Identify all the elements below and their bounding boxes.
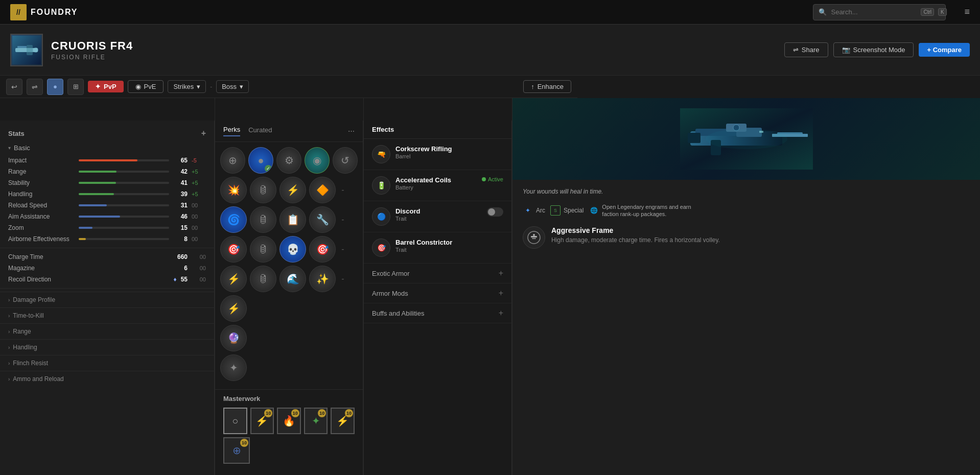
compare-button[interactable]: + Compare (919, 43, 970, 57)
pve-button[interactable]: ◉ PvE (128, 80, 164, 93)
collapse-section-flinch-resist[interactable]: › Flinch Resist (0, 355, 214, 371)
enhance-icon: ↑ (531, 83, 534, 90)
screenshot-mode-button[interactable]: 📷 Screenshot Mode (833, 42, 914, 57)
stat-row: Stability 41 +5 (0, 177, 214, 188)
masterwork-slot-0[interactable]: ○ (223, 408, 247, 434)
perk-slot-4-1[interactable]: 🛢 (250, 266, 276, 292)
perk-slot-0-0[interactable]: ⊕ (220, 147, 245, 174)
perk-slot-4-0[interactable]: ⚡ (220, 266, 247, 292)
collapse-section-damage-profile[interactable]: › Damage Profile (0, 292, 214, 307)
perk-slot-6-0[interactable]: 🔮 (220, 325, 247, 351)
stat-bar-container-5 (79, 216, 169, 218)
perk-icon: ◉ (313, 154, 321, 167)
stat-delta-4: 00 (192, 202, 206, 208)
chevron-strikes-icon: ▾ (197, 83, 200, 90)
stat-row: Aim Assistance 46 00 (0, 211, 214, 222)
perk-icon: 💥 (227, 184, 240, 196)
hamburger-menu-icon[interactable]: ≡ (964, 7, 970, 17)
perk-slot-3-2[interactable]: 💀 (279, 236, 306, 263)
perk-slot-4-3[interactable]: ✨ (309, 266, 336, 292)
collapse-section-range[interactable]: › Range (0, 323, 214, 339)
perk-slot-2-1[interactable]: 🛢 (250, 206, 276, 233)
pvp-button[interactable]: ✦ PvP (88, 81, 124, 92)
perk-slot-0-3[interactable]: ◉ (305, 147, 330, 174)
masterwork-slot-3[interactable]: ✦10 (304, 408, 328, 434)
perks-tab[interactable]: Perks (223, 126, 240, 136)
perk-slot-4-2[interactable]: 🌊 (279, 266, 306, 292)
perks-menu-icon[interactable]: ⋯ (348, 127, 355, 135)
stat-bar-0 (79, 159, 137, 161)
plain-stat-name-0: Charge Time (8, 253, 173, 260)
search-bar[interactable]: 🔍 Ctrl K (813, 4, 946, 20)
perk-row-0: ⊕●✓⚙◉↺ (220, 147, 358, 174)
effect-expandable-0[interactable]: Exotic Armor + (364, 264, 511, 283)
perk-slot-7-0[interactable]: ✦ (220, 354, 247, 381)
search-input[interactable] (831, 8, 917, 16)
boss-dropdown[interactable]: Boss ▾ (216, 80, 249, 93)
enhance-button[interactable]: ↑ Enhance (523, 80, 571, 93)
perk-slot-1-0[interactable]: 💥 (220, 177, 247, 203)
perk-icon: ✦ (229, 362, 238, 374)
effect-icon-2: 🔵 (372, 207, 390, 226)
top-nav: // FOUNDRY 🔍 Ctrl K ≡ (0, 0, 980, 25)
perks-panel: Perks Curated ⋯ ⊕●✓⚙◉↺💥🛢⚡🔶-🌀🛢📋🔧-🎯🛢💀🎯-⚡🛢🌊… (215, 121, 363, 475)
perk-icon: 📋 (287, 213, 299, 226)
stat-row: Handling 39 +5 (0, 188, 214, 200)
stat-value-5: 46 (173, 213, 188, 220)
perk-minus-icon: - (339, 185, 347, 195)
stats-panel: Stats + ▾ Basic Impact 65 -5 Range 42 +5… (0, 121, 215, 475)
effect-name-2: Discord (395, 207, 482, 215)
perk-slot-1-1[interactable]: 🛢 (250, 177, 276, 203)
mode-grid-button[interactable]: ⊞ (67, 79, 84, 95)
expand-plus-icon: + (499, 269, 503, 278)
mode-circle-button[interactable]: ● (47, 79, 63, 95)
curated-tab[interactable]: Curated (248, 126, 272, 136)
stat-delta-6: 00 (192, 225, 206, 231)
perk-slot-0-4[interactable]: ↺ (333, 147, 358, 174)
perk-slot-3-3[interactable]: 🎯 (309, 236, 336, 263)
frame-description: High damage, moderate charge time. Fires… (551, 236, 720, 245)
basic-section-toggle[interactable]: ▾ Basic (0, 141, 214, 155)
masterwork-slot-row2-0[interactable]: ⊕10 (223, 437, 250, 464)
masterwork-row: ○⚡10🔥10✦10⚡10 (223, 408, 355, 434)
perk-slot-2-2[interactable]: 📋 (279, 206, 306, 233)
stat-value-2: 41 (173, 179, 188, 186)
stats-add-icon[interactable]: + (201, 129, 206, 138)
masterwork-slot-4[interactable]: ⚡10 (331, 408, 355, 434)
frame-icon (523, 226, 545, 249)
separator: - (210, 83, 212, 90)
effect-expandable-2[interactable]: Buffs and Abilities + (364, 303, 511, 323)
effects-expandables-container: Exotic Armor + Armor Mods + Buffs and Ab… (364, 264, 511, 323)
perk-icon: ⚡ (287, 184, 299, 196)
stat-name-3: Handling (8, 191, 75, 198)
strikes-dropdown[interactable]: Strikes ▾ (168, 80, 206, 93)
perk-slot-0-2[interactable]: ⚙ (276, 147, 301, 174)
perk-slot-2-0[interactable]: 🌀 (220, 206, 247, 233)
arc-icon: ✦ (523, 205, 533, 216)
pve-icon: ◉ (135, 83, 141, 90)
toggle-switch[interactable] (487, 207, 503, 217)
collapse-section-handling[interactable]: › Handling (0, 339, 214, 355)
stat-bar-container-2 (79, 182, 169, 184)
share-button[interactable]: ⇌ Share (784, 42, 828, 57)
stat-name-6: Zoom (8, 224, 75, 231)
perk-slot-2-3[interactable]: 🔧 (309, 206, 336, 233)
perk-icon: 🔧 (316, 213, 329, 226)
perk-icon: ⚡ (227, 273, 240, 285)
perk-slot-3-0[interactable]: 🎯 (220, 236, 247, 263)
stat-value-0: 65 (173, 157, 188, 164)
perk-slot-1-3[interactable]: 🔶 (309, 177, 336, 203)
perk-slot-3-1[interactable]: 🛢 (250, 236, 276, 263)
share-toolbar-button[interactable]: ⇌ (27, 79, 43, 95)
perk-slot-1-2[interactable]: ⚡ (279, 177, 306, 203)
svg-rect-3 (27, 45, 33, 55)
collapse-section-time-to-kill[interactable]: › Time-to-Kill (0, 307, 214, 323)
undo-button[interactable]: ↩ (6, 79, 22, 95)
effect-expandable-1[interactable]: Armor Mods + (364, 283, 511, 303)
collapse-section-ammo-and-reload[interactable]: › Ammo and Reload (0, 371, 214, 387)
perk-slot-5-0[interactable]: ⚡ (220, 295, 247, 322)
masterwork-slot-2[interactable]: 🔥10 (277, 408, 301, 434)
effect-item-0: 🔫 Corkscrew Rifling Barrel (364, 139, 511, 170)
perk-slot-0-1[interactable]: ●✓ (248, 147, 273, 174)
masterwork-slot-1[interactable]: ⚡10 (250, 408, 274, 434)
